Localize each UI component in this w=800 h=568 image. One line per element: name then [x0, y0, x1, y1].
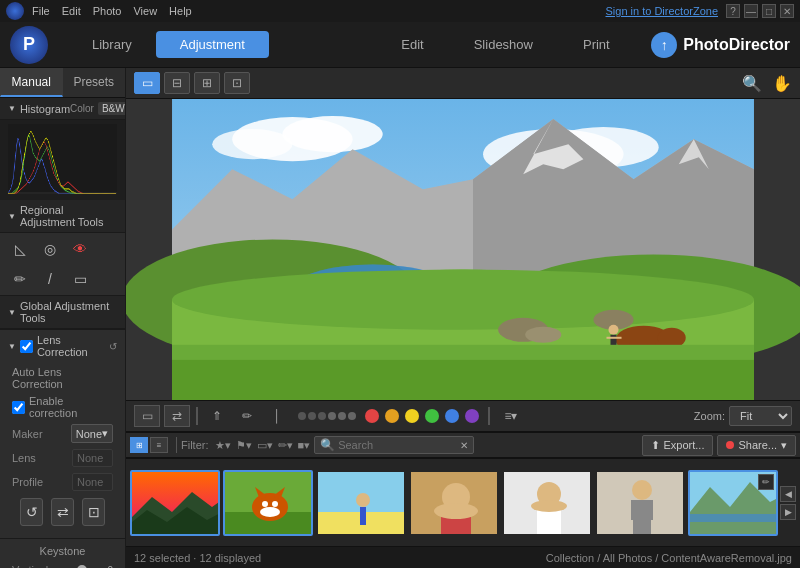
thumbnail-4[interactable] [409, 470, 499, 536]
rect-select-icon[interactable]: ▭ [134, 405, 160, 427]
lens-action-1[interactable]: ↺ [20, 498, 43, 526]
compare-v-icon[interactable]: ⊡ [224, 72, 250, 94]
tab-presets[interactable]: Presets [63, 68, 126, 97]
rect-tool[interactable]: ▭ [68, 267, 92, 291]
lens-reset-icon[interactable]: ↺ [109, 341, 117, 352]
color-yellow[interactable] [405, 409, 419, 423]
tab-edit[interactable]: Edit [391, 31, 433, 58]
left-panel: Manual Presets ▼ Histogram Color B&W ▼ R… [0, 68, 126, 568]
eye-tool[interactable]: 👁 [68, 237, 92, 261]
keystone-section: Keystone Vertical 0 Horizontal 0 [0, 539, 125, 568]
maximize-button[interactable]: □ [762, 4, 776, 18]
lens-dropdown: None [72, 449, 113, 467]
export-share-area: ⬆ Export... Share... ▾ [642, 435, 797, 456]
svg-rect-56 [647, 500, 653, 520]
hand-tool-icon[interactable]: ✋ [772, 74, 792, 93]
filmstrip-prev[interactable]: ◀ [780, 486, 796, 502]
global-tools-header[interactable]: ▼ Global Adjustment Tools [0, 296, 125, 329]
share-dot [726, 441, 734, 449]
vertical-label: Vertical [12, 564, 76, 568]
dot3[interactable] [318, 412, 326, 420]
menu-file[interactable]: File [32, 5, 50, 17]
export-button[interactable]: ⬆ Export... [642, 435, 714, 456]
zoom-dropdown[interactable]: Fit 25% 50% 75% 100% 200% [729, 406, 792, 426]
menu-edit[interactable]: Edit [62, 5, 81, 17]
filmstrip-dots-view[interactable]: ⊞ [130, 437, 148, 453]
clear-search-icon[interactable]: ✕ [460, 440, 468, 451]
tab-slideshow[interactable]: Slideshow [464, 31, 543, 58]
action2-icon[interactable]: ✏ [234, 405, 260, 427]
lens-content: Auto Lens Correction Enable correction M… [0, 362, 125, 538]
brand: ↑ PhotoDirector [651, 32, 790, 58]
svg-point-53 [632, 480, 652, 500]
radial-tool[interactable]: ◎ [38, 237, 62, 261]
color-red[interactable] [365, 409, 379, 423]
histogram-header[interactable]: ▼ Histogram Color B&W [0, 98, 125, 120]
filter-square-icon[interactable]: ■▾ [298, 439, 311, 452]
histogram-mode-value[interactable]: B&W [98, 102, 126, 115]
maker-dropdown[interactable]: None ▾ [71, 424, 113, 443]
thumbnail-1[interactable] [130, 470, 220, 536]
single-view-icon[interactable]: ▭ [134, 72, 160, 94]
regional-tools-header[interactable]: ▼ Regional Adjustment Tools [0, 200, 125, 233]
maker-label: Maker [12, 428, 71, 440]
color-orange[interactable] [385, 409, 399, 423]
filter-star-icon[interactable]: ★▾ [215, 439, 231, 452]
close-button[interactable]: ✕ [780, 4, 794, 18]
tab-library[interactable]: Library [68, 31, 156, 58]
filter-brush-icon[interactable]: ✏▾ [278, 439, 293, 452]
thumbnail-2[interactable] [223, 470, 313, 536]
tab-adjustment[interactable]: Adjustment [156, 31, 269, 58]
dot1[interactable] [298, 412, 306, 420]
color-blue[interactable] [445, 409, 459, 423]
dot5[interactable] [338, 412, 346, 420]
menu-photo[interactable]: Photo [93, 5, 122, 17]
thumb-img-6 [597, 472, 685, 536]
filter-flag-icon[interactable]: ⚑▾ [236, 439, 252, 452]
zoom-tool-icon[interactable]: 🔍 [742, 74, 762, 93]
action3-icon[interactable]: │ [264, 405, 290, 427]
gradient-tool[interactable]: ◺ [8, 237, 32, 261]
action1-icon[interactable]: ⇑ [204, 405, 230, 427]
tab-print[interactable]: Print [573, 31, 620, 58]
sort-icon[interactable]: ≡▾ [498, 405, 524, 427]
compare-h-icon[interactable]: ⊟ [164, 72, 190, 94]
lens-action-3[interactable]: ⊡ [82, 498, 105, 526]
help-button[interactable]: ? [726, 4, 740, 18]
regional-tools-label: Regional Adjustment Tools [20, 204, 117, 228]
tab-manual[interactable]: Manual [0, 68, 63, 97]
enable-correction-checkbox[interactable] [12, 401, 25, 414]
export-icon: ⬆ [651, 439, 660, 452]
global-tools-section: ▼ Global Adjustment Tools [0, 296, 125, 330]
dot4[interactable] [328, 412, 336, 420]
lens-action-2[interactable]: ⇄ [51, 498, 74, 526]
menu-help[interactable]: Help [169, 5, 192, 17]
filter-rect-icon[interactable]: ▭▾ [257, 439, 273, 452]
thumbnail-6[interactable] [595, 470, 685, 536]
svg-point-16 [172, 270, 754, 330]
lens-action-icons: ↺ ⇄ ⊡ [12, 494, 113, 530]
filmstrip-nav: ◀ ▶ [780, 486, 796, 520]
thumbnail-3[interactable] [316, 470, 406, 536]
dot2[interactable] [308, 412, 316, 420]
svg-point-18 [525, 327, 561, 343]
menu-view[interactable]: View [133, 5, 157, 17]
filmstrip-next[interactable]: ▶ [780, 504, 796, 520]
thumbnail-7[interactable]: ✏ [688, 470, 778, 536]
svg-point-42 [356, 493, 370, 507]
brush-tool[interactable]: ✏ [8, 267, 32, 291]
search-input[interactable] [338, 439, 457, 451]
lens-enable-checkbox[interactable] [20, 340, 33, 353]
dot6[interactable] [348, 412, 356, 420]
sign-in-link[interactable]: Sign in to DirectorZone [606, 5, 719, 17]
share-button[interactable]: Share... ▾ [717, 435, 796, 456]
lens-label: Lens [12, 452, 72, 464]
color-purple[interactable] [465, 409, 479, 423]
eraser-tool[interactable]: / [38, 267, 62, 291]
thumbnail-5[interactable] [502, 470, 592, 536]
filmstrip-list-view[interactable]: ≡ [150, 437, 168, 453]
minimize-button[interactable]: — [744, 4, 758, 18]
color-green[interactable] [425, 409, 439, 423]
grid-view-icon[interactable]: ⊞ [194, 72, 220, 94]
compare-icon[interactable]: ⇄ [164, 405, 190, 427]
